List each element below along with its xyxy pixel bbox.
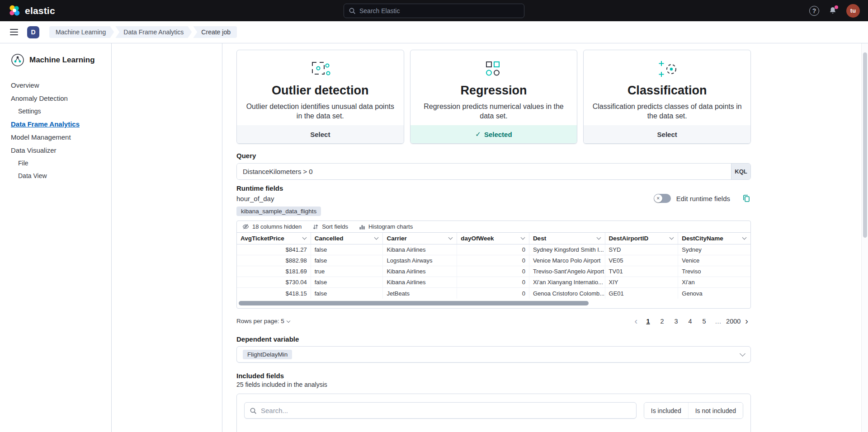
grid-cell[interactable]: Treviso	[678, 266, 750, 277]
horizontal-scrollbar-thumb[interactable]	[239, 301, 589, 305]
vertical-scrollbar-thumb[interactable]	[863, 52, 867, 238]
sidebar-item-file[interactable]: File	[11, 157, 111, 169]
grid-cell[interactable]: $181.69	[237, 266, 311, 277]
grid-cell[interactable]: GE01	[605, 288, 679, 299]
grid-cell[interactable]: $730.04	[237, 277, 311, 287]
card-description: Classification predicts classes of data …	[593, 102, 742, 121]
grid-cell[interactable]: SYD	[605, 244, 679, 255]
dependent-variable-select[interactable]: FlightDelayMin	[236, 346, 751, 363]
card-description: Outlier detection identifies unusual dat…	[245, 102, 395, 121]
query-input[interactable]	[237, 164, 731, 179]
sidebar-item-data-frame-analytics[interactable]: Data Frame Analytics	[11, 117, 111, 131]
grid-cell[interactable]: Kibana Airlines	[383, 266, 457, 277]
column-header-dayofweek[interactable]: dayOfWeek	[457, 233, 529, 244]
sidebar-item-model-management[interactable]: Model Management	[11, 131, 111, 144]
grid-cell[interactable]: XIY	[605, 277, 679, 287]
sidebar-item-anomaly-detection[interactable]: Anomaly Detection	[11, 92, 111, 105]
column-header-dest[interactable]: Dest	[529, 233, 605, 244]
breadcrumb-machine-learning[interactable]: Machine Learning	[49, 26, 114, 38]
kql-language-button[interactable]: KQL	[731, 164, 750, 179]
page-button-5[interactable]: 5	[698, 315, 710, 327]
grid-cell[interactable]: Venice	[678, 255, 750, 266]
runtime-field-name: hour_of_day	[236, 195, 274, 202]
grid-cell[interactable]: false	[311, 277, 383, 287]
sidebar-item-data-visualizer[interactable]: Data Visualizer	[11, 144, 111, 157]
grid-cell[interactable]: Xi'an	[678, 277, 750, 287]
sidebar-item-data-view[interactable]: Data View	[11, 169, 111, 182]
select-outlier-detection-button[interactable]: Select	[237, 125, 404, 143]
filter-is-not-included-button[interactable]: Is not included	[688, 403, 743, 418]
help-icon[interactable]: ?	[809, 6, 819, 16]
select-classification-button[interactable]: Select	[584, 125, 750, 143]
column-header-cancelled[interactable]: Cancelled	[311, 233, 383, 244]
sort-fields-button[interactable]: Sort fields	[312, 223, 348, 230]
grid-cell[interactable]: 0	[457, 244, 529, 255]
copy-runtime-fields-button[interactable]	[742, 194, 751, 203]
card-regression: Regression Regression predicts numerical…	[410, 50, 578, 144]
histogram-charts-button[interactable]: Histogram charts	[359, 223, 413, 230]
chevron-down-icon	[596, 235, 601, 240]
grid-cell[interactable]: Genoa Cristoforo Colomb...	[529, 288, 605, 299]
grid-cell[interactable]: Treviso-Sant'Angelo Airport	[529, 266, 605, 277]
main-menu-button[interactable]	[6, 24, 22, 40]
grid-cell[interactable]: 0	[457, 255, 529, 266]
column-header-destcityname[interactable]: DestCityName	[678, 233, 750, 244]
grid-cell[interactable]: Logstash Airways	[383, 255, 457, 266]
previous-page-icon[interactable]: ‹	[632, 316, 640, 326]
page-button-3[interactable]: 3	[670, 315, 682, 327]
grid-cell[interactable]: 0	[457, 266, 529, 277]
elastic-home-link[interactable]: elastic	[8, 5, 55, 17]
grid-cell[interactable]: Kibana Airlines	[383, 277, 457, 287]
grid-cell[interactable]: VE05	[605, 255, 679, 266]
grid-cell[interactable]: $841.27	[237, 244, 311, 255]
global-search-input[interactable]	[359, 7, 519, 14]
global-search[interactable]	[344, 4, 524, 18]
breadcrumb-data-frame-analytics[interactable]: Data Frame Analytics	[115, 26, 192, 38]
column-header-carrier[interactable]: Carrier	[383, 233, 457, 244]
grid-cell[interactable]: false	[311, 255, 383, 266]
grid-cell[interactable]: Sydney	[678, 244, 750, 255]
sidebar-item-overview[interactable]: Overview	[11, 79, 111, 92]
edit-runtime-fields-toggle[interactable]: ×	[654, 194, 671, 203]
page-button-4[interactable]: 4	[684, 315, 696, 327]
search-icon	[349, 7, 356, 14]
filter-is-included-button[interactable]: Is included	[644, 403, 688, 418]
pagination-ellipsis: …	[712, 315, 724, 327]
regression-icon	[483, 57, 505, 82]
classification-icon	[656, 57, 678, 82]
rows-per-page-button[interactable]: Rows per page: 5	[236, 318, 290, 324]
grid-cell[interactable]: false	[311, 288, 383, 299]
chevron-down-icon	[302, 235, 307, 240]
grid-cell[interactable]: false	[311, 244, 383, 255]
columns-hidden-button[interactable]: 18 columns hidden	[242, 223, 302, 230]
grid-cell[interactable]: JetBeats	[383, 288, 457, 299]
grid-cell[interactable]: true	[311, 266, 383, 277]
card-title: Classification	[627, 84, 707, 98]
grid-cell[interactable]: $418.15	[237, 288, 311, 299]
fields-search-input[interactable]	[261, 407, 631, 414]
avatar[interactable]: tu	[846, 4, 860, 18]
chevron-down-icon	[287, 319, 290, 322]
next-page-icon[interactable]: ›	[742, 316, 751, 326]
page-button-1[interactable]: 1	[642, 315, 654, 327]
included-fields-label: Included fields	[236, 372, 751, 380]
grid-cell[interactable]: Xi'an Xianyang Internatio...	[529, 277, 605, 287]
space-avatar[interactable]: D	[27, 26, 39, 38]
chevron-down-icon	[740, 351, 745, 357]
edit-runtime-fields-label[interactable]: Edit runtime fields	[676, 195, 730, 202]
grid-cell[interactable]: Sydney Kingsford Smith I...	[529, 244, 605, 255]
grid-cell[interactable]: Genova	[678, 288, 750, 299]
grid-cell[interactable]: 0	[457, 288, 529, 299]
grid-cell[interactable]: 0	[457, 277, 529, 287]
grid-cell[interactable]: Kibana Airlines	[383, 244, 457, 255]
grid-cell[interactable]: TV01	[605, 266, 679, 277]
page-button-2[interactable]: 2	[656, 315, 668, 327]
column-header-destairportid[interactable]: DestAirportID	[605, 233, 679, 244]
regression-selected-button[interactable]: ✓ Selected	[410, 125, 577, 143]
notifications-button[interactable]	[828, 6, 837, 15]
sidebar-item-settings[interactable]: Settings	[11, 105, 111, 117]
grid-cell[interactable]: $882.98	[237, 255, 311, 266]
page-button-2000[interactable]: 2000	[726, 315, 741, 327]
column-header-avgticketprice[interactable]: AvgTicketPrice	[237, 233, 311, 244]
grid-cell[interactable]: Venice Marco Polo Airport	[529, 255, 605, 266]
